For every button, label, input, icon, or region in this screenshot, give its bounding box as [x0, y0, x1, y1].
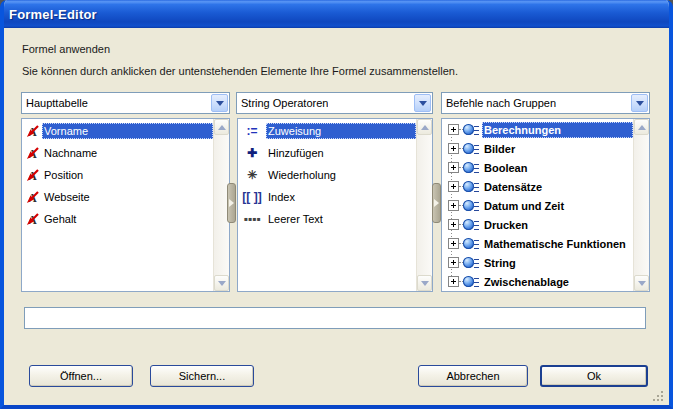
list-item[interactable]: ✳ Wiederholung — [238, 164, 416, 186]
tree-item-label: Bilder — [482, 141, 633, 157]
list-item-label: Hinzufügen — [266, 145, 416, 161]
scrollbar[interactable] — [416, 119, 432, 291]
command-group-icon — [463, 180, 480, 193]
list-item-label: Index — [266, 189, 416, 205]
list-item-label: Zuweisung — [266, 123, 416, 139]
expand-plus-icon[interactable] — [448, 257, 459, 268]
tree-item[interactable]: Datum und Zeit — [442, 196, 633, 215]
expand-plus-icon[interactable] — [448, 162, 459, 173]
cancel-button[interactable]: Abbrechen — [418, 365, 528, 387]
list-item[interactable]: A Webseite — [22, 186, 213, 208]
command-group-icon — [463, 199, 480, 212]
tree-item-label: Berechnungen — [482, 122, 633, 138]
command-group-icon — [463, 218, 480, 231]
command-group-icon — [463, 256, 480, 269]
commands-dropdown[interactable]: Befehle nach Gruppen — [441, 92, 650, 114]
table-dropdown-value: Haupttabelle — [22, 97, 88, 109]
scroll-down-icon[interactable] — [417, 275, 432, 291]
field-text-icon: A — [25, 146, 39, 160]
field-text-icon: A — [25, 190, 39, 204]
collapse-right-icon — [434, 199, 439, 207]
command-group-icon — [463, 275, 480, 288]
command-group-icon — [463, 123, 480, 136]
assignment-icon: := — [241, 126, 263, 136]
titlebar[interactable]: Formel-Editor — [0, 0, 673, 28]
commands-dropdown-value: Befehle nach Gruppen — [442, 97, 556, 109]
instructions-text: Sie können durch anklicken der untensteh… — [22, 65, 458, 77]
scroll-up-icon[interactable] — [634, 119, 649, 135]
expand-plus-icon[interactable] — [448, 200, 459, 211]
list-item-label: Position — [42, 167, 213, 183]
table-dropdown[interactable]: Haupttabelle — [21, 92, 230, 114]
formel-editor-dialog: Formel-Editor Formel anwenden Sie können… — [0, 0, 673, 409]
field-text-icon: A — [25, 212, 39, 226]
expand-plus-icon[interactable] — [448, 238, 459, 249]
list-item[interactable]: ▪▪▪▪ Leerer Text — [238, 208, 416, 230]
splitter-handle[interactable] — [227, 183, 236, 223]
scrollbar[interactable] — [633, 119, 649, 291]
tree-item-label: Datum und Zeit — [482, 198, 633, 214]
resize-grip[interactable] — [653, 391, 665, 403]
list-item-label: Leerer Text — [266, 211, 416, 227]
tree-item[interactable]: Datensätze — [442, 177, 633, 196]
expand-plus-icon[interactable] — [448, 219, 459, 230]
chevron-down-icon[interactable] — [414, 94, 431, 112]
empty-text-icon: ▪▪▪▪ — [241, 214, 263, 224]
window-title: Formel-Editor — [0, 7, 97, 22]
tree-item[interactable]: Boolean — [442, 158, 633, 177]
scroll-up-icon[interactable] — [214, 119, 229, 135]
list-item[interactable]: [[ ]] Index — [238, 186, 416, 208]
list-item-label: Gehalt — [42, 211, 213, 227]
tree-item[interactable]: Zwischenablage — [442, 272, 633, 291]
tree-item[interactable]: Drucken — [442, 215, 633, 234]
list-item[interactable]: A Position — [22, 164, 213, 186]
operators-list[interactable]: := Zuweisung ✚ Hinzufügen ✳ Wiederholung… — [237, 118, 433, 292]
tree-item-label: Drucken — [482, 217, 633, 233]
list-item[interactable]: := Zuweisung — [238, 120, 416, 142]
ok-button[interactable]: Ok — [540, 365, 648, 387]
scroll-down-icon[interactable] — [634, 275, 649, 291]
command-groups-rows: Berechnungen Bilder Boolean — [442, 119, 633, 291]
open-button[interactable]: Öffnen... — [29, 365, 133, 387]
tree-item[interactable]: Bilder — [442, 139, 633, 158]
list-item[interactable]: A Vorname — [22, 120, 213, 142]
list-item[interactable]: ✚ Hinzufügen — [238, 142, 416, 164]
tree-item-label: Boolean — [482, 160, 633, 176]
index-icon: [[ ]] — [241, 192, 263, 202]
expand-plus-icon[interactable] — [448, 276, 459, 287]
list-item-label: Wiederholung — [266, 167, 416, 183]
operators-list-rows: := Zuweisung ✚ Hinzufügen ✳ Wiederholung… — [238, 119, 416, 291]
tree-item-label: Zwischenablage — [482, 274, 633, 290]
fields-list-rows: A Vorname A — [22, 119, 213, 291]
expand-plus-icon[interactable] — [448, 124, 459, 135]
operators-dropdown-value: String Operatoren — [237, 97, 328, 109]
tree-item-label: Mathematische Funktionen — [482, 236, 633, 252]
expand-plus-icon[interactable] — [448, 181, 459, 192]
expand-plus-icon[interactable] — [448, 143, 459, 154]
list-item-label: Webseite — [42, 189, 213, 205]
list-item[interactable]: A Nachname — [22, 142, 213, 164]
scroll-down-icon[interactable] — [214, 275, 229, 291]
command-group-icon — [463, 237, 480, 250]
add-icon: ✚ — [241, 148, 263, 158]
list-item-label: Nachname — [42, 145, 213, 161]
tree-item[interactable]: String — [442, 253, 633, 272]
chevron-down-icon[interactable] — [211, 94, 228, 112]
chevron-down-icon[interactable] — [631, 94, 648, 112]
operators-dropdown[interactable]: String Operatoren — [236, 92, 433, 114]
formula-input[interactable] — [24, 307, 646, 329]
list-item[interactable]: A Gehalt — [22, 208, 213, 230]
command-group-icon — [463, 142, 480, 155]
save-button[interactable]: Sichern... — [150, 365, 254, 387]
tree-item-label: Datensätze — [482, 179, 633, 195]
tree-item[interactable]: Berechnungen — [442, 120, 633, 139]
scroll-up-icon[interactable] — [417, 119, 432, 135]
splitter-handle[interactable] — [432, 183, 441, 223]
repeat-icon: ✳ — [241, 170, 263, 180]
field-text-icon: A — [25, 124, 39, 138]
tree-item[interactable]: Mathematische Funktionen — [442, 234, 633, 253]
collapse-right-icon — [229, 199, 234, 207]
command-groups-tree[interactable]: Berechnungen Bilder Boolean — [441, 118, 650, 292]
fields-list[interactable]: A Vorname A — [21, 118, 230, 292]
command-group-icon — [463, 161, 480, 174]
